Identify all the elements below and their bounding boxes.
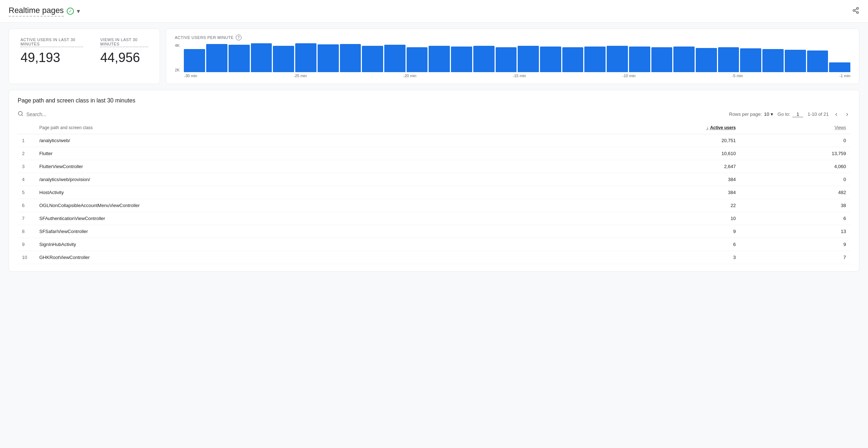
row-num: 9: [18, 238, 35, 251]
row-active-users: 22: [558, 199, 740, 212]
svg-point-0: [857, 7, 859, 9]
row-num: 4: [18, 173, 35, 186]
chart-title: ACTIVE USERS PER MINUTE ?: [175, 35, 850, 40]
prev-page-button[interactable]: ‹: [833, 110, 840, 119]
row-page-path: /analytics/web/provision/: [35, 173, 558, 186]
x-label: -25 min: [293, 74, 307, 78]
main-content: ACTIVE USERS IN LAST 30 MINUTES 49,193 V…: [0, 23, 868, 277]
row-views: 7: [740, 251, 850, 264]
row-views: 9: [740, 238, 850, 251]
row-num: 1: [18, 134, 35, 147]
search-input[interactable]: [26, 111, 98, 117]
svg-point-5: [18, 111, 22, 115]
chart-bar: [807, 50, 828, 72]
col-views[interactable]: Views: [740, 122, 850, 134]
svg-line-6: [22, 115, 23, 116]
x-label: -5 min: [732, 74, 743, 78]
chart-bar: [673, 47, 695, 72]
sort-arrow-icon: ↓: [707, 125, 709, 130]
chart-bar: [206, 44, 227, 72]
table-row: 3 FlutterViewController 2,647 4,060: [18, 160, 850, 173]
row-active-users: 10: [558, 212, 740, 225]
active-users-value: 49,193: [21, 50, 83, 65]
table-card: Page path and screen class in last 30 mi…: [9, 90, 859, 272]
row-num: 8: [18, 225, 35, 238]
chart-bar: [540, 47, 561, 72]
row-active-users: 20,751: [558, 134, 740, 147]
col-page-path[interactable]: Page path and screen class: [35, 122, 558, 134]
row-active-users: 384: [558, 186, 740, 199]
stats-row: ACTIVE USERS IN LAST 30 MINUTES 49,193 V…: [21, 38, 148, 65]
chart-bar: [607, 46, 628, 72]
row-active-users: 6: [558, 238, 740, 251]
top-row: ACTIVE USERS IN LAST 30 MINUTES 49,193 V…: [9, 28, 859, 84]
page-range: 1-10 of 21: [807, 111, 829, 117]
table-row: 9 SignInHubActivity 6 9: [18, 238, 850, 251]
row-page-path: /analytics/web/: [35, 134, 558, 147]
stats-card: ACTIVE USERS IN LAST 30 MINUTES 49,193 V…: [9, 28, 160, 84]
svg-point-2: [857, 12, 859, 13]
chevron-down-icon: ▾: [771, 111, 773, 117]
table-row: 1 /analytics/web/ 20,751 0: [18, 134, 850, 147]
row-page-path: Flutter: [35, 147, 558, 160]
row-views: 0: [740, 134, 850, 147]
chart-bar: [584, 47, 606, 72]
row-num: 7: [18, 212, 35, 225]
row-views: 482: [740, 186, 850, 199]
info-icon[interactable]: ?: [236, 35, 242, 40]
svg-line-3: [855, 11, 857, 12]
pagination-controls: Rows per page: 10 ▾ Go to: 1-10 of 21 ‹ …: [729, 110, 851, 119]
chart-bar: [829, 62, 850, 72]
row-views: 4,060: [740, 160, 850, 173]
svg-point-1: [853, 9, 855, 11]
header-left: Realtime pages ✓ ▾: [9, 6, 80, 17]
row-num: 6: [18, 199, 35, 212]
chart-bar: [251, 43, 272, 72]
row-num: 10: [18, 251, 35, 264]
table-row: 6 OGLNonCollapsibleAccountMenuViewContro…: [18, 199, 850, 212]
col-active-users[interactable]: ↓Active users: [558, 122, 740, 134]
views-stat: VIEWS IN LAST 30 MINUTES 44,956: [100, 38, 148, 65]
page-title: Realtime pages: [9, 6, 64, 17]
goto-label: Go to:: [778, 111, 790, 117]
table-header: Page path and screen class ↓Active users…: [18, 122, 850, 134]
chevron-down-icon[interactable]: ▾: [77, 7, 80, 15]
rows-per-page-select[interactable]: 10 ▾: [764, 111, 773, 117]
row-num: 3: [18, 160, 35, 173]
chart-bar: [785, 50, 806, 72]
row-active-users: 10,610: [558, 147, 740, 160]
chart-x-labels: -30 min-25 min-20 min-15 min-10 min-5 mi…: [184, 74, 850, 78]
row-page-path: SFAuthenticationViewController: [35, 212, 558, 225]
chart-bar: [562, 47, 584, 72]
table-row: 4 /analytics/web/provision/ 384 0: [18, 173, 850, 186]
svg-line-4: [855, 9, 857, 10]
bars-container: [184, 43, 850, 72]
x-label: -15 min: [513, 74, 526, 78]
rows-per-page: Rows per page: 10 ▾: [729, 111, 774, 117]
chart-bar: [762, 49, 784, 72]
chart-bar: [184, 49, 205, 72]
row-views: 6: [740, 212, 850, 225]
rows-per-page-label: Rows per page:: [729, 111, 762, 117]
chart-card: ACTIVE USERS PER MINUTE ? 4K 2K -30 min-…: [166, 28, 859, 84]
row-page-path: FlutterViewController: [35, 160, 558, 173]
row-active-users: 3: [558, 251, 740, 264]
active-users-label: ACTIVE USERS IN LAST 30 MINUTES: [21, 38, 83, 47]
col-num: [18, 122, 35, 134]
data-table: Page path and screen class ↓Active users…: [18, 122, 850, 264]
chart-bar: [362, 46, 383, 72]
table-row: 8 SFSafariViewController 9 13: [18, 225, 850, 238]
header: Realtime pages ✓ ▾: [0, 0, 868, 23]
table-controls: Rows per page: 10 ▾ Go to: 1-10 of 21 ‹ …: [18, 110, 850, 119]
chart-bar: [518, 46, 539, 72]
row-page-path: OGLNonCollapsibleAccountMenuViewControll…: [35, 199, 558, 212]
chart-bars-area: -30 min-25 min-20 min-15 min-10 min-5 mi…: [184, 43, 850, 78]
goto-input[interactable]: [792, 111, 803, 117]
row-views: 38: [740, 199, 850, 212]
table-row: 7 SFAuthenticationViewController 10 6: [18, 212, 850, 225]
chart-bar: [295, 43, 316, 72]
next-page-button[interactable]: ›: [844, 110, 850, 119]
row-num: 2: [18, 147, 35, 160]
row-page-path: SFSafariViewController: [35, 225, 558, 238]
share-icon[interactable]: [852, 7, 859, 16]
